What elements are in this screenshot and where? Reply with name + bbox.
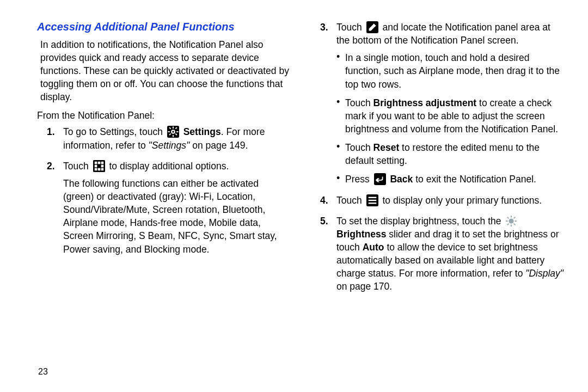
pencil-edit-icon — [366, 21, 378, 33]
step5-bold1: Brightness — [336, 229, 386, 240]
svg-point-2 — [172, 131, 174, 133]
step2-text-b: to display additional options. — [109, 161, 229, 171]
step-1: To go to Settings, touch Settings. For m… — [37, 125, 291, 151]
step4-text-a: Touch — [336, 195, 365, 206]
steps-list-left: To go to Settings, touch Settings. For m… — [37, 125, 291, 255]
steps-list-right: Touch and locate the Notification panel … — [310, 21, 564, 293]
step-4: Touch to display only your primary funct… — [310, 194, 564, 207]
step-2: Touch to display additional options. The… — [37, 160, 291, 256]
intro-paragraph: In addition to notifications, the Notifi… — [40, 38, 291, 104]
b2bold: Brightness adjustment — [373, 97, 477, 108]
lead-line: From the Notification Panel: — [37, 109, 291, 122]
svg-rect-23 — [368, 197, 376, 198]
back-icon — [374, 173, 386, 185]
svg-rect-6 — [176, 132, 179, 133]
b4bold: Back — [390, 174, 413, 185]
step5-bold2: Auto — [363, 242, 384, 253]
step1-settings-label: Settings — [183, 126, 221, 137]
svg-rect-19 — [101, 168, 103, 170]
manual-page: Accessing Additional Panel Functions In … — [0, 0, 588, 392]
step1-text-c: on page 149. — [189, 140, 248, 151]
step3-bullet-2: Touch Brightness adjustment to create a … — [336, 96, 564, 136]
grid-expand-icon — [93, 160, 105, 172]
b2a: Touch — [345, 97, 373, 108]
b3bold: Reset — [373, 142, 400, 153]
settings-gear-icon — [167, 126, 179, 138]
right-column: Touch and locate the Notification panel … — [310, 19, 564, 381]
svg-rect-5 — [168, 132, 170, 133]
svg-rect-15 — [94, 164, 97, 167]
svg-point-26 — [509, 218, 514, 223]
b4a: Press — [345, 174, 372, 185]
step3-bullet-3: Touch Reset to restore the edited menu t… — [336, 141, 564, 167]
step1-text-a: To go to Settings, touch — [63, 126, 166, 137]
step2-follow: The following functions can either be ac… — [63, 177, 291, 256]
svg-rect-21 — [374, 173, 386, 185]
svg-rect-25 — [368, 203, 376, 204]
step5-text-a: To set the display brightness, touch the — [336, 216, 504, 226]
b4b: to exit the Notification Panel. — [413, 174, 536, 185]
list-lines-icon — [366, 194, 378, 206]
section-title: Accessing Additional Panel Functions — [37, 20, 291, 35]
svg-rect-3 — [173, 127, 174, 129]
svg-rect-14 — [101, 161, 103, 164]
svg-line-33 — [514, 217, 516, 218]
brightness-sun-icon — [505, 215, 517, 227]
svg-rect-16 — [101, 164, 103, 167]
svg-line-34 — [507, 223, 509, 225]
svg-rect-17 — [94, 168, 97, 170]
step3-bullet-1: In a single motion, touch and hold a des… — [336, 51, 564, 90]
svg-rect-12 — [94, 161, 97, 164]
svg-line-32 — [514, 223, 516, 225]
step1-ref: "Settings" — [149, 140, 190, 151]
svg-rect-13 — [97, 161, 100, 164]
left-column: Accessing Additional Panel Functions In … — [37, 19, 291, 381]
step3-bullet-4: Press Back to exit the Notification Pane… — [336, 173, 564, 186]
step-5: To set the display brightness, touch the… — [310, 215, 564, 293]
page-number: 23 — [38, 367, 48, 377]
b3a: Touch — [345, 142, 373, 153]
svg-rect-4 — [173, 135, 174, 137]
svg-rect-18 — [97, 168, 100, 170]
svg-rect-24 — [368, 199, 376, 200]
step5-text-d: on page 170. — [336, 281, 392, 292]
svg-line-31 — [507, 217, 509, 218]
step5-ref: "Display" — [525, 268, 564, 279]
step2-text-a: Touch — [63, 161, 91, 171]
step3-bullets: In a single motion, touch and hold a des… — [336, 51, 564, 186]
step3-text-a: Touch — [336, 22, 365, 33]
step-3: Touch and locate the Notification panel … — [310, 21, 564, 186]
step4-text-b: to display only your primary functions. — [382, 195, 542, 206]
